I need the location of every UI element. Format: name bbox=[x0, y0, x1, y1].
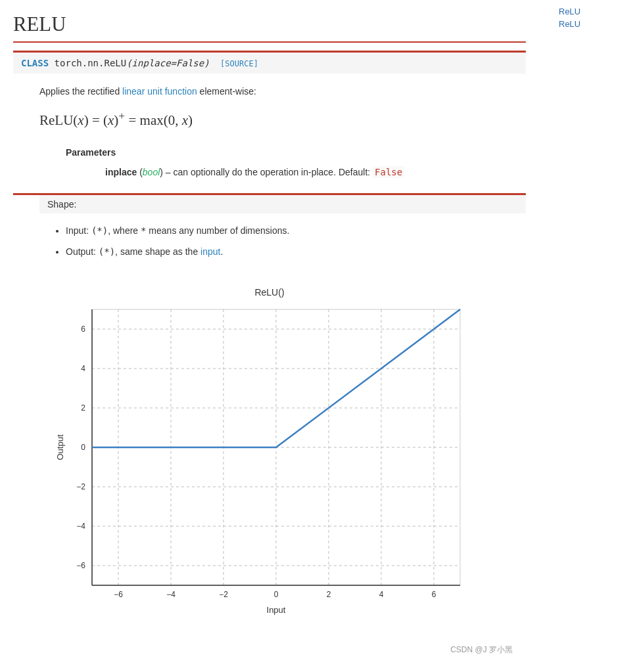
param-default: False bbox=[373, 166, 404, 178]
param-item: inplace (bool) – can optionally do the o… bbox=[105, 165, 526, 179]
svg-text:0: 0 bbox=[274, 590, 279, 599]
linear-link[interactable]: linear unit bbox=[122, 86, 162, 97]
chart-title: ReLU() bbox=[53, 287, 486, 298]
chart-container: ReLU() bbox=[53, 287, 486, 618]
parameters-section: Parameters inplace (bool) – can optional… bbox=[66, 145, 526, 180]
param-name: inplace bbox=[105, 167, 137, 177]
shape-item-input: Input: (*), where * means any number of … bbox=[66, 221, 526, 240]
sidebar-link-relu-1[interactable]: ReLU bbox=[559, 7, 624, 16]
svg-text:−4: −4 bbox=[76, 522, 85, 531]
svg-text:0: 0 bbox=[81, 443, 85, 452]
svg-text:Input: Input bbox=[267, 605, 286, 615]
function-link[interactable]: function bbox=[165, 86, 197, 97]
svg-text:−2: −2 bbox=[219, 590, 228, 599]
svg-text:−4: −4 bbox=[166, 590, 175, 599]
svg-text:Output: Output bbox=[55, 434, 65, 460]
class-name: torch.nn.ReLU bbox=[55, 58, 127, 68]
footer-credit: CSDN @J 罗小黑 bbox=[13, 644, 526, 656]
svg-text:2: 2 bbox=[327, 590, 331, 599]
svg-text:−2: −2 bbox=[76, 482, 85, 491]
shape-list: Input: (*), where * means any number of … bbox=[66, 221, 526, 261]
svg-text:4: 4 bbox=[379, 590, 384, 599]
svg-text:−6: −6 bbox=[76, 561, 85, 570]
shape-header: Shape: bbox=[39, 195, 526, 213]
source-link[interactable]: [SOURCE] bbox=[220, 59, 258, 68]
math-formula: ReLU(x) = (x)+ = max(0, x) bbox=[39, 106, 526, 132]
relu-chart: −6 −4 −2 0 2 4 6 6 4 2 0 −2 −4 −6 Input … bbox=[53, 303, 473, 618]
description: Applies the rectified linear unit functi… bbox=[39, 84, 526, 180]
class-declaration: CLASS torch.nn.ReLU(inplace=False) [SOUR… bbox=[13, 51, 526, 74]
parameters-title: Parameters bbox=[66, 145, 526, 160]
sidebar-link-relu-2[interactable]: ReLU bbox=[559, 19, 624, 29]
svg-text:2: 2 bbox=[81, 403, 85, 413]
param-desc: – can optionally do the operation in-pla… bbox=[166, 167, 373, 177]
svg-text:6: 6 bbox=[81, 325, 85, 334]
class-args: (inplace=False) bbox=[126, 58, 209, 68]
page-title: RELU bbox=[13, 13, 526, 43]
sidebar: ReLU ReLU bbox=[552, 0, 631, 672]
shape-section: Shape: Input: (*), where * means any num… bbox=[13, 193, 526, 261]
class-keyword: CLASS bbox=[21, 58, 49, 68]
description-text: Applies the rectified linear unit functi… bbox=[39, 84, 526, 99]
param-type: bool bbox=[143, 167, 160, 177]
main-content: RELU CLASS torch.nn.ReLU(inplace=False) … bbox=[0, 0, 552, 672]
svg-text:−6: −6 bbox=[114, 590, 123, 599]
svg-text:4: 4 bbox=[81, 364, 85, 373]
shape-item-output: Output: (*), same shape as the input. bbox=[66, 242, 526, 261]
svg-text:6: 6 bbox=[432, 590, 436, 599]
